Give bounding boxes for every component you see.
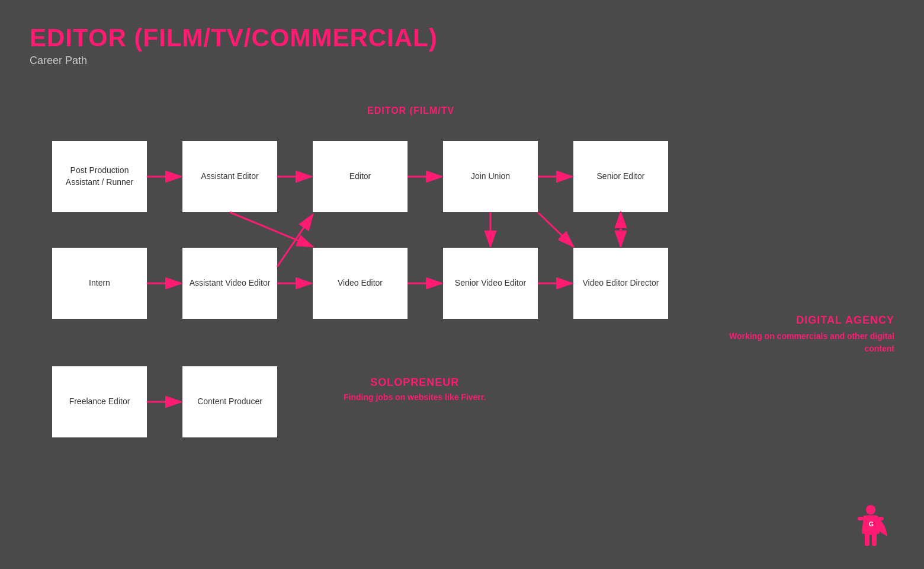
solopreneur-title: SOLOPRENEUR <box>344 376 486 389</box>
page-header: EDITOR (FILM/TV/COMMERCIAL) Career Path <box>30 24 438 67</box>
svg-point-17 <box>866 505 875 514</box>
box-editor: Editor <box>313 141 408 212</box>
svg-line-11 <box>230 212 313 247</box>
digital-agency-title: DIGITAL AGENCY <box>729 314 894 327</box>
main-title: EDITOR (FILM/TV/COMMERCIAL) <box>30 24 438 52</box>
digital-agency-desc: Working on commercials and other digital… <box>729 330 894 355</box>
box-post-production: Post Production Assistant / Runner <box>52 141 147 212</box>
subtitle: Career Path <box>30 55 438 67</box>
svg-rect-18 <box>865 533 870 546</box>
box-senior-video-editor: Senior Video Editor <box>443 248 538 319</box>
box-assistant-video-editor: Assistant Video Editor <box>182 248 277 319</box>
svg-text:G: G <box>869 521 874 528</box>
box-video-editor: Video Editor <box>313 248 408 319</box>
editor-film-tv-label: EDITOR (FILM/TV <box>367 106 454 116</box>
digital-agency-section: DIGITAL AGENCY Working on commercials an… <box>729 314 894 355</box>
box-senior-editor: Senior Editor <box>573 141 668 212</box>
box-freelance-editor: Freelance Editor <box>52 366 147 437</box>
svg-rect-20 <box>858 517 864 520</box>
solopreneur-section: SOLOPRENEUR Finding jobs on websites lik… <box>344 376 486 402</box>
box-content-producer: Content Producer <box>182 366 277 437</box>
svg-rect-19 <box>872 533 877 546</box>
svg-line-12 <box>277 215 313 267</box>
box-intern: Intern <box>52 248 147 319</box>
svg-rect-21 <box>878 517 884 520</box>
box-join-union: Join Union <box>443 141 538 212</box>
box-assistant-editor: Assistant Editor <box>182 141 277 212</box>
mascot-icon: G <box>853 504 888 551</box>
solopreneur-desc: Finding jobs on websites like Fiverr. <box>344 392 486 402</box>
svg-line-14 <box>538 212 573 247</box>
box-video-editor-director: Video Editor Director <box>573 248 668 319</box>
